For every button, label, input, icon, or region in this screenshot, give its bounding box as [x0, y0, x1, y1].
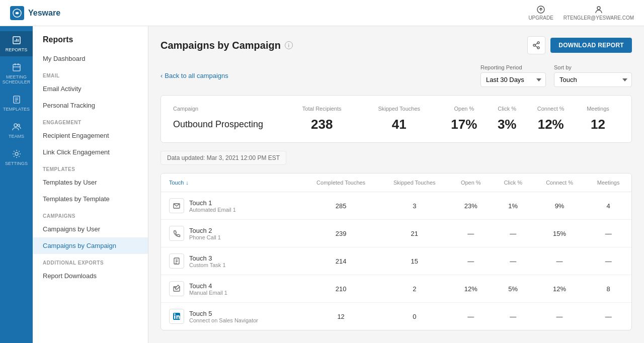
nav-section-campaigns: CAMPAIGNS [33, 207, 148, 221]
col-open-pct-header[interactable]: Open % [449, 174, 493, 192]
nav-item-email-activity[interactable]: Email Activity [33, 80, 148, 97]
user-email: RTENGLER@YESWARE.COM [564, 15, 634, 21]
table-row: Touch 2 Phone Call 1 239 21 — — 15% — [161, 220, 631, 247]
col-connect-pct-label: Connect % [546, 180, 573, 186]
header-actions: DOWNLOAD REPORT [527, 36, 632, 54]
app-layout: REPORTS MEETING SCHEDULER TEMPLATES TE [0, 26, 644, 343]
sidebar-icon-settings-label: SETTINGS [5, 161, 28, 166]
nav-item-templates-by-user[interactable]: Templates by User [33, 174, 148, 191]
logo[interactable]: Yesware [10, 6, 60, 20]
sidebar-icon-teams-label: TEAMS [9, 134, 24, 139]
download-report-btn[interactable]: DOWNLOAD REPORT [550, 38, 632, 53]
user-menu[interactable]: RTENGLER@YESWARE.COM [564, 5, 634, 21]
filters-row: ‹ Back to all campaigns Reporting Period… [160, 64, 632, 87]
col-meetings-label: Meetings [597, 180, 620, 186]
col-connect-pct-header[interactable]: Connect % [534, 174, 586, 192]
col-click-pct-label: Click % [504, 180, 522, 186]
page-header: Campaigns by Campaign i DOWNLOAD REPORT [160, 36, 632, 54]
sidebar-icon-templates-label: TEMPLATES [3, 107, 30, 112]
touch-icon-3 [169, 281, 184, 296]
sidebar-icon-teams[interactable]: TEAMS [0, 118, 33, 143]
summary-open-pct-value: 17% [439, 117, 489, 132]
summary-card: Campaign Total Recipients Skipped Touche… [160, 95, 632, 143]
info-icon[interactable]: i [285, 41, 293, 49]
col-touch-header[interactable]: Touch ↓ [161, 174, 302, 192]
svg-point-11 [537, 47, 539, 49]
touch-sub-2: Custom Task 1 [189, 262, 226, 268]
nav-item-recipient-engagement[interactable]: Recipient Engagement [33, 127, 148, 144]
nav-item-campaigns-by-campaign[interactable]: Campaigns by Campaign [33, 237, 148, 254]
top-nav: Yesware UPGRADE RTENGLER@YESWARE.COM [0, 0, 644, 26]
col-open-pct-label: Open % [461, 180, 481, 186]
completed-0: 285 [302, 192, 380, 220]
col-click-pct-header[interactable]: Click % [493, 174, 534, 192]
sidebar-icon-meeting[interactable]: MEETING SCHEDULER [0, 58, 33, 89]
summary-total-recipients-header: Total Recipients [285, 106, 359, 115]
summary-meetings-value: 12 [577, 117, 619, 132]
summary-click-pct-header: Click % [489, 106, 525, 115]
connect-pct-1: 15% [534, 220, 586, 247]
nav-item-link-click[interactable]: Link Click Engagement [33, 144, 148, 160]
touch-name-1: Touch 2 [189, 227, 221, 234]
col-skipped-header[interactable]: Skipped Touches [380, 174, 449, 192]
click-pct-4: — [493, 303, 534, 330]
table-row: Touch 1 Automated Email 1 285 3 23% 1% 9… [161, 192, 631, 220]
filter-group: Reporting Period Last 30 Days Last 7 Day… [480, 64, 632, 87]
sidebar-icon-reports-label: REPORTS [6, 47, 27, 52]
meetings-4: — [585, 303, 631, 330]
sort-by-filter: Sort by Touch Completed Touches Skipped … [554, 64, 632, 87]
nav-item-report-downloads[interactable]: Report Downloads [33, 268, 148, 284]
page-title: Campaigns by Campaign [160, 40, 281, 51]
touch-icon-2 [169, 253, 184, 269]
col-skipped-label: Skipped Touches [393, 180, 436, 186]
reporting-period-filter: Reporting Period Last 30 Days Last 7 Day… [480, 64, 546, 87]
touch-sub-1: Phone Call 1 [189, 234, 221, 240]
summary-skipped-touches-header: Skipped Touches [359, 106, 439, 115]
sidebar-icon-templates[interactable]: TEMPLATES [0, 91, 33, 116]
skipped-3: 2 [380, 275, 449, 303]
reporting-period-select[interactable]: Last 30 Days Last 7 Days Last 90 Days Al… [480, 72, 546, 87]
completed-4: 12 [302, 303, 380, 330]
nav-item-my-dashboard[interactable]: My Dashboard [33, 50, 148, 67]
share-icon-btn[interactable] [527, 36, 545, 54]
skipped-2: 15 [380, 247, 449, 275]
skipped-0: 3 [380, 192, 449, 220]
touch-sub-4: Connect on Sales Navigator [189, 317, 258, 323]
page-title-row: Campaigns by Campaign i [160, 40, 293, 51]
svg-point-8 [15, 152, 18, 155]
open-pct-0: 23% [449, 192, 493, 220]
touch-name-0: Touch 1 [189, 199, 236, 207]
summary-click-pct-value: 3% [489, 117, 525, 132]
nav-item-personal-tracking[interactable]: Personal Tracking [33, 97, 148, 114]
meetings-1: — [585, 220, 631, 247]
svg-point-9 [533, 44, 535, 46]
meetings-3: 8 [585, 275, 631, 303]
sidebar-icon-settings[interactable]: SETTINGS [0, 145, 33, 170]
skipped-1: 21 [380, 220, 449, 247]
svg-point-2 [597, 7, 600, 10]
col-completed-label: Completed Touches [316, 180, 365, 186]
reporting-period-label: Reporting Period [480, 64, 546, 70]
col-touch-label: Touch [169, 180, 184, 186]
click-pct-0: 1% [493, 192, 534, 220]
click-pct-2: — [493, 247, 534, 275]
col-completed-header[interactable]: Completed Touches [302, 174, 380, 192]
sidebar-icon-meeting-label: MEETING SCHEDULER [2, 74, 31, 84]
nav-item-templates-by-template[interactable]: Templates by Template [33, 191, 148, 207]
summary-connect-pct-value: 12% [525, 117, 576, 132]
touch-name-3: Touch 4 [189, 282, 227, 290]
col-meetings-header[interactable]: Meetings [585, 174, 631, 192]
sort-by-select[interactable]: Touch Completed Touches Skipped Touches … [554, 72, 632, 87]
main-content: Campaigns by Campaign i DOWNLOAD REPORT [148, 26, 644, 343]
nav-item-campaigns-by-user[interactable]: Campaigns by User [33, 221, 148, 237]
back-link[interactable]: ‹ Back to all campaigns [160, 72, 228, 79]
summary-connect-pct-header: Connect % [525, 106, 576, 115]
nav-sidebar: Reports My Dashboard EMAIL Email Activit… [33, 26, 148, 343]
connect-pct-3: 12% [534, 275, 586, 303]
click-pct-1: — [493, 220, 534, 247]
sidebar-icon-reports[interactable]: REPORTS [0, 31, 33, 56]
upgrade-btn[interactable]: UPGRADE [528, 5, 553, 21]
summary-table: Campaign Total Recipients Skipped Touche… [173, 106, 619, 132]
back-link-text: Back to all campaigns [165, 72, 228, 79]
summary-total-recipients-value: 238 [285, 117, 359, 132]
